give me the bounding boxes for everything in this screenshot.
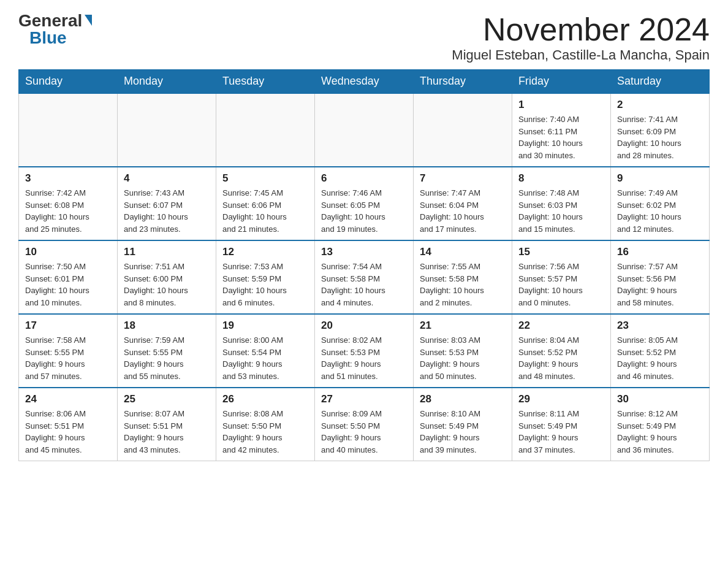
calendar-cell-w4-d3: 19Sunrise: 8:00 AM Sunset: 5:54 PM Dayli… — [216, 314, 315, 388]
calendar-cell-w5-d6: 29Sunrise: 8:11 AM Sunset: 5:49 PM Dayli… — [512, 388, 611, 461]
logo-blue-text: Blue — [29, 29, 67, 47]
day-info: Sunrise: 7:51 AM Sunset: 6:00 PM Dayligh… — [124, 261, 210, 308]
day-info: Sunrise: 8:07 AM Sunset: 5:51 PM Dayligh… — [124, 408, 210, 456]
calendar-cell-w2-d4: 6Sunrise: 7:46 AM Sunset: 6:05 PM Daylig… — [315, 167, 414, 240]
day-number: 22 — [518, 320, 604, 332]
calendar-cell-w1-d6: 1Sunrise: 7:40 AM Sunset: 6:11 PM Daylig… — [512, 93, 611, 167]
calendar-cell-w3-d1: 10Sunrise: 7:50 AM Sunset: 6:01 PM Dayli… — [19, 240, 118, 314]
day-number: 14 — [420, 246, 506, 258]
day-number: 27 — [321, 393, 407, 405]
logo-triangle-icon — [85, 15, 92, 26]
calendar-cell-w2-d6: 8Sunrise: 7:48 AM Sunset: 6:03 PM Daylig… — [512, 167, 611, 240]
col-saturday: Saturday — [611, 70, 710, 94]
day-info: Sunrise: 8:04 AM Sunset: 5:52 PM Dayligh… — [518, 334, 604, 382]
day-number: 15 — [518, 246, 604, 258]
calendar-table: Sunday Monday Tuesday Wednesday Thursday… — [18, 69, 710, 461]
calendar-cell-w3-d4: 13Sunrise: 7:54 AM Sunset: 5:58 PM Dayli… — [315, 240, 414, 314]
calendar-cell-w4-d7: 23Sunrise: 8:05 AM Sunset: 5:52 PM Dayli… — [611, 314, 710, 388]
day-number: 20 — [321, 320, 407, 332]
calendar-cell-w1-d2 — [118, 93, 216, 167]
col-sunday: Sunday — [19, 70, 118, 94]
day-number: 6 — [321, 172, 407, 185]
calendar-cell-w1-d7: 2Sunrise: 7:41 AM Sunset: 6:09 PM Daylig… — [611, 93, 710, 167]
day-info: Sunrise: 8:06 AM Sunset: 5:51 PM Dayligh… — [25, 408, 111, 456]
calendar-cell-w5-d4: 27Sunrise: 8:09 AM Sunset: 5:50 PM Dayli… — [315, 388, 414, 461]
day-info: Sunrise: 7:47 AM Sunset: 6:04 PM Dayligh… — [420, 187, 506, 235]
col-wednesday: Wednesday — [315, 70, 414, 94]
day-number: 18 — [124, 320, 210, 332]
day-info: Sunrise: 8:02 AM Sunset: 5:53 PM Dayligh… — [321, 334, 407, 382]
col-thursday: Thursday — [414, 70, 512, 94]
calendar-week-3: 10Sunrise: 7:50 AM Sunset: 6:01 PM Dayli… — [19, 240, 710, 314]
day-info: Sunrise: 7:55 AM Sunset: 5:58 PM Dayligh… — [420, 261, 506, 308]
calendar-week-5: 24Sunrise: 8:06 AM Sunset: 5:51 PM Dayli… — [19, 388, 710, 461]
calendar-week-4: 17Sunrise: 7:58 AM Sunset: 5:55 PM Dayli… — [19, 314, 710, 388]
calendar-cell-w5-d1: 24Sunrise: 8:06 AM Sunset: 5:51 PM Dayli… — [19, 388, 118, 461]
calendar-cell-w2-d3: 5Sunrise: 7:45 AM Sunset: 6:06 PM Daylig… — [216, 167, 315, 240]
title-block: November 2024 Miguel Esteban, Castille-L… — [452, 12, 710, 63]
day-number: 16 — [617, 246, 703, 258]
day-info: Sunrise: 7:58 AM Sunset: 5:55 PM Dayligh… — [25, 334, 111, 382]
day-info: Sunrise: 7:57 AM Sunset: 5:56 PM Dayligh… — [617, 261, 703, 308]
calendar-cell-w1-d4 — [315, 93, 414, 167]
day-info: Sunrise: 7:50 AM Sunset: 6:01 PM Dayligh… — [25, 261, 111, 308]
day-number: 17 — [25, 320, 111, 332]
calendar-cell-w1-d5 — [414, 93, 512, 167]
day-info: Sunrise: 8:09 AM Sunset: 5:50 PM Dayligh… — [321, 408, 407, 456]
day-info: Sunrise: 7:49 AM Sunset: 6:02 PM Dayligh… — [617, 187, 703, 235]
calendar-cell-w5-d7: 30Sunrise: 8:12 AM Sunset: 5:49 PM Dayli… — [611, 388, 710, 461]
day-number: 3 — [25, 172, 111, 185]
day-info: Sunrise: 7:43 AM Sunset: 6:07 PM Dayligh… — [124, 187, 210, 235]
calendar-cell-w3-d6: 15Sunrise: 7:56 AM Sunset: 5:57 PM Dayli… — [512, 240, 611, 314]
calendar-cell-w4-d2: 18Sunrise: 7:59 AM Sunset: 5:55 PM Dayli… — [118, 314, 216, 388]
day-number: 11 — [124, 246, 210, 258]
day-number: 24 — [25, 393, 111, 405]
day-info: Sunrise: 8:05 AM Sunset: 5:52 PM Dayligh… — [617, 334, 703, 382]
calendar-cell-w4-d4: 20Sunrise: 8:02 AM Sunset: 5:53 PM Dayli… — [315, 314, 414, 388]
calendar-cell-w3-d7: 16Sunrise: 7:57 AM Sunset: 5:56 PM Dayli… — [611, 240, 710, 314]
day-number: 1 — [518, 99, 604, 111]
day-number: 5 — [222, 172, 308, 185]
day-info: Sunrise: 7:59 AM Sunset: 5:55 PM Dayligh… — [124, 334, 210, 382]
calendar-cell-w3-d5: 14Sunrise: 7:55 AM Sunset: 5:58 PM Dayli… — [414, 240, 512, 314]
calendar-header-row: Sunday Monday Tuesday Wednesday Thursday… — [19, 70, 710, 94]
day-number: 21 — [420, 320, 506, 332]
calendar-week-2: 3Sunrise: 7:42 AM Sunset: 6:08 PM Daylig… — [19, 167, 710, 240]
day-info: Sunrise: 7:53 AM Sunset: 5:59 PM Dayligh… — [222, 261, 308, 308]
day-info: Sunrise: 7:41 AM Sunset: 6:09 PM Dayligh… — [617, 113, 703, 161]
col-friday: Friday — [512, 70, 611, 94]
day-info: Sunrise: 8:11 AM Sunset: 5:49 PM Dayligh… — [518, 408, 604, 456]
page-header: General Blue November 2024 Miguel Esteba… — [18, 12, 710, 63]
day-number: 10 — [25, 246, 111, 258]
calendar-cell-w3-d2: 11Sunrise: 7:51 AM Sunset: 6:00 PM Dayli… — [118, 240, 216, 314]
day-info: Sunrise: 8:00 AM Sunset: 5:54 PM Dayligh… — [222, 334, 308, 382]
calendar-cell-w5-d3: 26Sunrise: 8:08 AM Sunset: 5:50 PM Dayli… — [216, 388, 315, 461]
day-number: 12 — [222, 246, 308, 258]
day-number: 2 — [617, 99, 703, 111]
day-info: Sunrise: 8:08 AM Sunset: 5:50 PM Dayligh… — [222, 408, 308, 456]
day-number: 28 — [420, 393, 506, 405]
day-info: Sunrise: 7:48 AM Sunset: 6:03 PM Dayligh… — [518, 187, 604, 235]
col-tuesday: Tuesday — [216, 70, 315, 94]
calendar-cell-w1-d3 — [216, 93, 315, 167]
day-number: 30 — [617, 393, 703, 405]
calendar-cell-w5-d5: 28Sunrise: 8:10 AM Sunset: 5:49 PM Dayli… — [414, 388, 512, 461]
day-info: Sunrise: 7:45 AM Sunset: 6:06 PM Dayligh… — [222, 187, 308, 235]
calendar-cell-w5-d2: 25Sunrise: 8:07 AM Sunset: 5:51 PM Dayli… — [118, 388, 216, 461]
calendar-cell-w3-d3: 12Sunrise: 7:53 AM Sunset: 5:59 PM Dayli… — [216, 240, 315, 314]
day-info: Sunrise: 8:10 AM Sunset: 5:49 PM Dayligh… — [420, 408, 506, 456]
day-number: 29 — [518, 393, 604, 405]
month-title: November 2024 — [452, 12, 710, 47]
calendar-cell-w2-d5: 7Sunrise: 7:47 AM Sunset: 6:04 PM Daylig… — [414, 167, 512, 240]
day-number: 4 — [124, 172, 210, 185]
calendar-cell-w4-d5: 21Sunrise: 8:03 AM Sunset: 5:53 PM Dayli… — [414, 314, 512, 388]
day-info: Sunrise: 7:46 AM Sunset: 6:05 PM Dayligh… — [321, 187, 407, 235]
calendar-cell-w2-d1: 3Sunrise: 7:42 AM Sunset: 6:08 PM Daylig… — [19, 167, 118, 240]
calendar-week-1: 1Sunrise: 7:40 AM Sunset: 6:11 PM Daylig… — [19, 93, 710, 167]
day-info: Sunrise: 8:03 AM Sunset: 5:53 PM Dayligh… — [420, 334, 506, 382]
day-info: Sunrise: 8:12 AM Sunset: 5:49 PM Dayligh… — [617, 408, 703, 456]
day-number: 26 — [222, 393, 308, 405]
col-monday: Monday — [118, 70, 216, 94]
location-subtitle: Miguel Esteban, Castille-La Mancha, Spai… — [452, 47, 710, 63]
day-number: 19 — [222, 320, 308, 332]
